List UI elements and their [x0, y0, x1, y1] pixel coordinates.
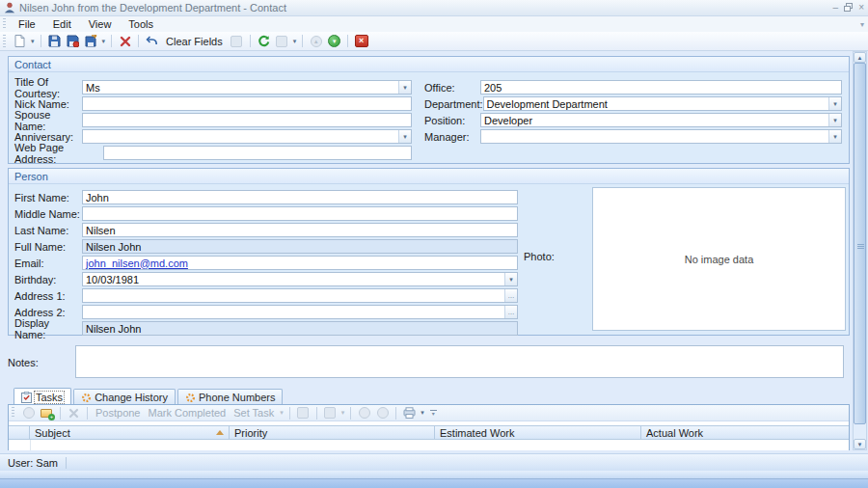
field-label: Department: — [424, 98, 483, 110]
close-editor-icon[interactable]: × — [353, 33, 369, 49]
new-record-dropdown-icon[interactable]: ▾ — [30, 38, 36, 45]
disabled-copy-icon — [231, 36, 242, 47]
minimize-button[interactable]: – — [833, 3, 839, 13]
tab-change-history[interactable]: Change History — [73, 389, 176, 405]
web-page-address-input[interactable] — [103, 146, 412, 160]
delete-record-icon[interactable] — [117, 33, 133, 49]
department-combo[interactable] — [483, 96, 842, 111]
position-combo[interactable] — [480, 113, 842, 127]
tasks-toolbar-grip[interactable] — [12, 407, 14, 418]
person-group-caption: Person — [9, 169, 849, 184]
task-grid-empty-area[interactable] — [9, 440, 849, 450]
contact-editor-window: { "palette": { "accent_blue": "#31639c",… — [0, 0, 868, 488]
notes-label: Notes: — [8, 357, 39, 368]
restore-button[interactable] — [844, 3, 853, 13]
ellipsis-button-icon[interactable]: … — [504, 289, 517, 302]
save-as-button[interactable] — [83, 33, 99, 49]
close-window-button[interactable]: × — [858, 3, 864, 13]
address-2-input[interactable] — [82, 305, 518, 319]
contact-person-icon — [4, 2, 15, 14]
save-as-dropdown-icon[interactable]: ▾ — [101, 38, 107, 45]
address-1-input[interactable] — [82, 288, 518, 303]
photo-picture-box[interactable]: No image data — [592, 187, 846, 331]
field-row-address-2: Address 2: … — [14, 304, 518, 320]
new-record-button[interactable] — [12, 33, 28, 49]
title-bar: Nilsen John from the Development Departm… — [0, 0, 868, 16]
last-name-input[interactable] — [82, 223, 518, 237]
refresh-icon[interactable] — [256, 33, 272, 49]
print-dropdown-icon[interactable]: ▾ — [420, 409, 425, 417]
toolbar-customize-icon[interactable]: ▾ — [429, 410, 438, 417]
postpone-button: Postpone — [93, 407, 143, 419]
print-preview-icon[interactable] — [401, 405, 418, 421]
tab-label: Tasks — [35, 392, 64, 403]
title-of-courtesy-combo[interactable] — [82, 80, 412, 95]
undo-icon[interactable] — [144, 33, 160, 49]
notes-textarea[interactable] — [75, 345, 844, 378]
column-header-actual-work[interactable]: Actual Work — [641, 426, 849, 439]
save-button[interactable] — [46, 33, 63, 49]
vertical-scrollbar[interactable]: ▲ ▼ — [853, 51, 867, 450]
combo-dropdown-icon[interactable]: ▾ — [504, 273, 517, 285]
anniversary-combo[interactable] — [82, 129, 412, 144]
office-input[interactable] — [480, 80, 842, 95]
combo-dropdown-icon[interactable]: ▾ — [398, 130, 411, 143]
window-bottom-edge-upper — [0, 471, 868, 479]
disabled-delete-task-icon — [23, 407, 35, 419]
column-header-priority[interactable]: Priority — [230, 426, 435, 439]
nick-name-input[interactable] — [82, 96, 412, 111]
combo-dropdown-icon[interactable]: ▾ — [828, 130, 841, 143]
scrollbar-thumb[interactable] — [854, 63, 866, 424]
field-label: First Name: — [14, 192, 82, 203]
scroll-down-icon[interactable]: ▼ — [854, 439, 866, 449]
combo-dropdown-icon[interactable]: ▾ — [828, 97, 841, 110]
disabled-open-icon — [297, 407, 309, 419]
menubar-overflow-icon[interactable]: ▾ — [860, 20, 868, 29]
disabled-prev-task-icon — [359, 407, 370, 419]
menu-file[interactable]: File — [10, 17, 44, 31]
middle-name-input[interactable] — [82, 206, 518, 221]
menu-tools[interactable]: Tools — [120, 17, 162, 31]
menu-edit[interactable]: Edit — [44, 17, 80, 31]
field-row-middle-name: Middle Name: — [14, 205, 518, 222]
field-row-title-of-courtesy: Title Of Courtesy: ▾ — [14, 79, 412, 95]
combo-dropdown-icon[interactable]: ▾ — [398, 81, 411, 94]
person-groupbox: Person First Name: Middle Name: Last Nam… — [8, 168, 850, 336]
menubar-grip[interactable] — [3, 18, 6, 29]
clear-fields-button[interactable]: Clear Fields — [162, 33, 227, 49]
column-header-estimated-work[interactable]: Estimated Work — [435, 426, 641, 439]
disabled-reload-dropdown-icon: ▾ — [292, 38, 298, 45]
spouse-name-input[interactable] — [82, 113, 412, 127]
main-toolbar: ▾ ▾ Clear Fields ▾ ▲ ▼ × — [0, 32, 868, 51]
column-header-subject[interactable]: Subject — [30, 426, 230, 439]
field-row-spouse-name: Spouse Name: — [14, 112, 412, 128]
contact-group-caption: Contact — [9, 57, 849, 72]
tasks-clipboard-icon — [21, 392, 32, 403]
field-row-department: Department: ▾ — [424, 95, 842, 112]
next-record-icon[interactable]: ▼ — [326, 33, 342, 49]
toolbar-grip[interactable] — [3, 35, 6, 47]
tab-tasks[interactable]: Tasks — [14, 388, 71, 405]
tab-label: Phone Numbers — [199, 392, 276, 403]
tab-phone-numbers[interactable]: Phone Numbers — [177, 389, 284, 405]
field-row-email: Email: john_nilsen@md.com — [14, 255, 518, 271]
menu-view[interactable]: View — [80, 17, 121, 31]
field-row-web-page: Web Page Address: — [14, 145, 412, 161]
phone-numbers-gear-icon — [185, 393, 196, 403]
disabled-reload-icon — [276, 36, 287, 47]
first-name-input[interactable] — [82, 190, 518, 204]
photo-empty-text: No image data — [685, 254, 754, 265]
full-name-readonly — [82, 239, 518, 254]
birthday-date-combo[interactable] — [82, 272, 518, 286]
manager-combo[interactable] — [480, 129, 842, 144]
combo-dropdown-icon[interactable]: ▾ — [828, 114, 841, 126]
save-and-close-button[interactable] — [65, 33, 81, 49]
status-user: User: Sam — [0, 457, 58, 469]
ellipsis-button-icon[interactable]: … — [504, 306, 517, 318]
email-link[interactable]: john_nilsen@md.com — [86, 258, 188, 269]
disabled-export-icon — [324, 407, 336, 419]
display-name-readonly — [82, 321, 518, 336]
field-label: Birthday: — [14, 274, 82, 285]
scroll-up-icon[interactable]: ▲ — [854, 52, 866, 63]
new-task-icon[interactable]: + — [39, 405, 55, 421]
